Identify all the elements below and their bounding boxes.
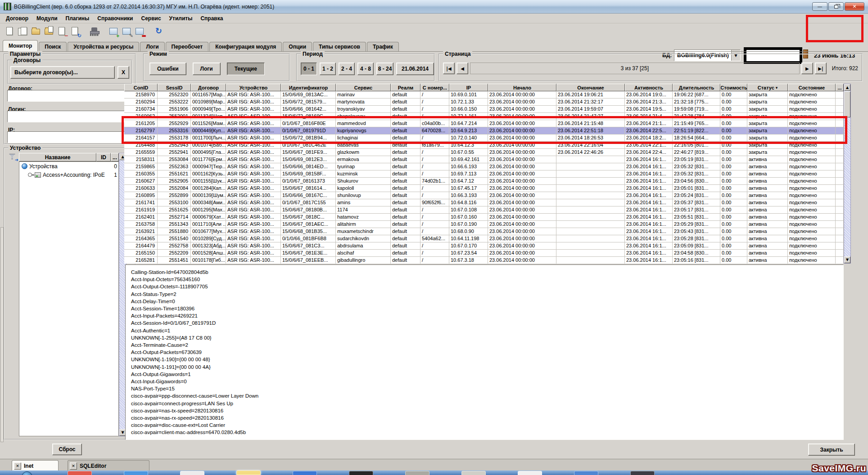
period-button-8 - 24[interactable]: 8 - 24 (376, 63, 393, 75)
tab-Переобсчет[interactable]: Переобсчет (166, 42, 209, 51)
refresh-icon[interactable]: ↻ (154, 26, 165, 37)
table-row[interactable]: 216528125514510010178[Гиб...ASR ISG: ASR… (124, 257, 844, 264)
close-window-button[interactable]: ✕ (845, 2, 864, 11)
minimize-button[interactable]: — (812, 2, 827, 11)
table-row[interactable]: 216279725533160000449[Куп...ASR ISG: ASR… (124, 127, 844, 134)
table-row[interactable]: 216096225520010011324[Шеп...ASR ISG: ASR… (124, 113, 844, 120)
clear-contracts-button[interactable]: X (118, 66, 129, 79)
tab-Поиск[interactable]: Поиск (39, 42, 67, 51)
table-row[interactable]: 216120525529290011526[Мам...ASR ISG: ASR… (124, 120, 844, 127)
page-last-button[interactable]: ▶| (815, 63, 827, 74)
table-row[interactable]: 216073425519060000949[Тро...ASR ISG: ASR… (124, 106, 844, 113)
ip-input[interactable] (7, 131, 130, 143)
scrollbar-thumb[interactable] (844, 91, 850, 117)
media-player-icon[interactable] (293, 471, 317, 475)
table-row[interactable]: 216191925516250001295[Мах...ASR ISG: ASR… (124, 206, 844, 214)
scroll-up-icon[interactable]: ▲ (844, 84, 850, 91)
device-column-name[interactable]: Название (19, 153, 96, 161)
column-header-ConID[interactable]: ConID (124, 84, 158, 91)
panel-add-icon[interactable]: ＋ (108, 26, 119, 37)
period-button-2 - 4[interactable]: 2 - 4 (339, 63, 355, 75)
table-row[interactable]: 216063325520840001284[Кап...ASR ISG: ASR… (124, 185, 844, 192)
menu-Справка[interactable]: Справка (196, 14, 227, 22)
tab-Типы сервисов[interactable]: Типы сервисов (313, 42, 366, 51)
column-header-Стоимость[interactable]: Стоимость (720, 84, 747, 91)
column-header-Устройство[interactable]: Устройство (226, 84, 281, 91)
table-row[interactable]: 216555925529410000495[Гла...ASR ISG: ASR… (124, 149, 844, 156)
document-refresh-icon[interactable]: ↻ (70, 26, 81, 37)
console-icon[interactable] (630, 471, 655, 475)
bottom-tab-SQLEditor[interactable]: ✕SQLEditor (68, 460, 149, 471)
open-folder-icon[interactable] (31, 26, 41, 37)
table-row[interactable]: 216415725531780011700[Лыч...ASR ISG: ASR… (124, 134, 844, 142)
tree-toggle-icon[interactable] (28, 173, 32, 177)
phone-app-icon[interactable] (349, 471, 373, 475)
period-button-21.06.2014[interactable]: 21.06.2014 (396, 63, 434, 75)
tools-icon[interactable] (405, 471, 429, 475)
window-app-icon[interactable] (180, 471, 204, 475)
close-button[interactable]: Закрыть (808, 444, 855, 456)
table-row[interactable]: 216515025522090001528[Апш...ASR ISG: ASR… (124, 250, 844, 257)
device-filter-button[interactable]: ➜ (7, 153, 18, 163)
tab-Опции[interactable]: Опции (283, 42, 312, 51)
table-row[interactable]: 215986525523630000947[Тюр...ASR ISG: ASR… (124, 163, 844, 170)
period-button-1 - 2[interactable]: 1 - 2 (320, 63, 336, 75)
table-row[interactable]: 216375825513430011710[Али ...ASR ISG: AS… (124, 221, 844, 228)
table-row[interactable]: 216436525515400010289[Суд...ASR ISG: ASR… (124, 235, 844, 242)
login-input[interactable] (7, 111, 130, 122)
page-prev-button[interactable]: ◀ (457, 63, 468, 74)
tab-Монитор[interactable]: Монитор (3, 40, 38, 51)
column-header-IP[interactable]: IP (449, 84, 488, 91)
table-row[interactable]: 216029425532220010989[Мар...ASR ISG: ASR… (124, 99, 844, 106)
table-row[interactable]: 216448825529430001074[Баб...ASR ISG: ASR… (124, 142, 844, 149)
tab-Конфигурация модуля[interactable]: Конфигурация модуля (209, 42, 282, 51)
table-row[interactable]: 215831125530840011776[Ерм...ASR ISG: ASR… (124, 156, 844, 163)
restore-button[interactable] (828, 2, 844, 11)
period-button-4 - 8[interactable]: 4 - 8 (357, 63, 374, 75)
mode-button-Логи[interactable]: Логи (193, 63, 221, 75)
device-column-id[interactable]: ID (96, 153, 111, 161)
column-header-Реалм[interactable]: Реалм (391, 84, 420, 91)
menu-Договор[interactable]: Договор (2, 14, 32, 22)
column-header-Договор[interactable]: Договор (191, 84, 226, 91)
explorer-icon[interactable] (236, 471, 261, 475)
menu-Справочники[interactable]: Справочники (93, 14, 137, 22)
mode-button-Текущие[interactable]: Текущие (227, 63, 265, 75)
tab-Логи[interactable]: Логи (140, 42, 164, 51)
table-row[interactable]: 216447925527580001323[Абд...ASR ISG: ASR… (124, 242, 844, 250)
copy-document-icon[interactable] (18, 26, 28, 37)
column-header-Длительность[interactable]: Длительность (673, 84, 720, 91)
table-row[interactable]: 216062725529050001155[Шук...ASR ISG: ASR… (124, 178, 844, 185)
tab-Трафик[interactable]: Трафик (367, 42, 399, 51)
table-row[interactable]: 216392125518800010677[Мух...ASR ISG: ASR… (124, 228, 844, 235)
document-minus-icon[interactable]: − (57, 26, 68, 37)
panel-remove-icon[interactable]: ▬ (135, 26, 145, 37)
column-header-С номер...[interactable]: С номер... (420, 84, 449, 91)
close-tab-icon[interactable]: ✕ (14, 462, 21, 470)
column-header-Активность[interactable]: Активность (625, 84, 673, 91)
menu-Утилиты[interactable]: Утилиты (165, 14, 197, 22)
device-column-more[interactable]: ... (111, 153, 119, 161)
menu-Сервис[interactable]: Сервис (137, 14, 165, 22)
session-table-scrollbar[interactable]: ▲ ▼ (844, 84, 851, 264)
folder-document-icon[interactable] (44, 26, 54, 37)
period-button-0 - 1[interactable]: 0 - 1 (301, 63, 317, 75)
scroll-down-icon[interactable]: ▼ (844, 256, 850, 263)
column-header-Статус[interactable]: Статус▾ (747, 84, 788, 91)
menu-Плагины[interactable]: Плагины (62, 14, 94, 22)
column-header-Состояние[interactable]: Состояние (788, 84, 836, 91)
table-row[interactable]: 216174125531000000348[Ами...ASR ISG: ASR… (124, 199, 844, 206)
new-document-icon[interactable] (5, 26, 15, 37)
close-tab-icon[interactable]: ✕ (70, 462, 77, 470)
browser-icon[interactable] (68, 471, 92, 475)
page-first-button[interactable]: |◀ (443, 63, 455, 74)
stamp-icon[interactable] (89, 26, 100, 37)
table-row[interactable]: 216035525516210001162[Кузь...ASR ISG: AS… (124, 170, 844, 178)
clipboard-icon[interactable] (461, 471, 486, 475)
panel-edit-icon[interactable]: ✎ (122, 26, 132, 37)
page-next-button[interactable]: ▶ (801, 63, 813, 74)
menu-Модули[interactable]: Модули (32, 14, 61, 22)
messenger-icon[interactable] (124, 471, 148, 475)
mode-button-Ошибки[interactable]: Ошибки (149, 63, 186, 75)
column-header-...[interactable]: ... (836, 84, 844, 91)
